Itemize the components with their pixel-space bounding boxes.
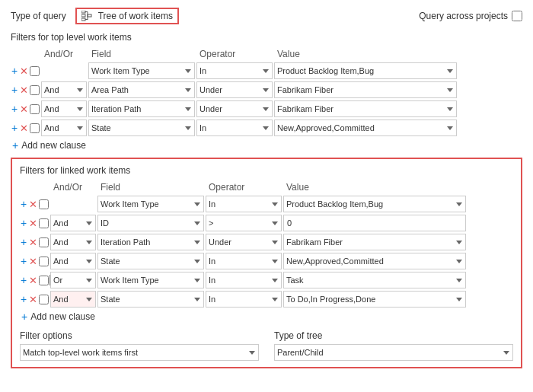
value-select[interactable]: To Do,In Progress,Done: [283, 291, 466, 308]
row-checkbox[interactable]: [30, 123, 40, 133]
value-cell[interactable]: Fabrikam Fiber: [274, 100, 457, 117]
value-select[interactable]: Task: [283, 272, 466, 288]
field-cell[interactable]: Work Item Type: [97, 196, 204, 212]
field-cell[interactable]: Iteration Path: [88, 100, 195, 117]
operator-cell[interactable]: In: [206, 291, 282, 308]
operator-cell[interactable]: In: [206, 196, 282, 212]
add-row-button[interactable]: +: [20, 275, 27, 285]
operator-cell[interactable]: In: [206, 272, 282, 288]
remove-row-button[interactable]: ✕: [19, 85, 29, 95]
andor-cell[interactable]: And: [41, 100, 87, 117]
value-select[interactable]: New,Approved,Committed: [274, 120, 457, 136]
operator-select[interactable]: In: [206, 291, 282, 308]
remove-row-button[interactable]: ✕: [19, 123, 29, 133]
value-select[interactable]: Fabrikam Fiber: [274, 100, 457, 117]
andor-select[interactable]: And: [50, 215, 96, 231]
value-cell[interactable]: New,Approved,Committed: [283, 253, 466, 269]
row-checkbox[interactable]: [39, 237, 49, 247]
add-clause-linked[interactable]: + Add new clause: [20, 311, 513, 323]
value-select[interactable]: Product Backlog Item,Bug: [283, 196, 466, 212]
operator-select[interactable]: Under: [196, 100, 273, 117]
row-checkbox[interactable]: [30, 85, 40, 95]
field-cell[interactable]: Work Item Type: [97, 272, 204, 288]
value-select[interactable]: Fabrikam Fiber: [274, 81, 457, 98]
operator-select[interactable]: Under: [196, 81, 273, 98]
field-select[interactable]: Iteration Path: [88, 100, 195, 117]
operator-select[interactable]: >: [206, 215, 282, 231]
value-cell[interactable]: Product Backlog Item,Bug: [283, 196, 466, 212]
row-checkbox[interactable]: [39, 218, 49, 228]
operator-cell[interactable]: Under: [206, 234, 282, 250]
andor-select[interactable]: And: [50, 234, 96, 250]
field-select[interactable]: Work Item Type: [97, 272, 204, 288]
operator-select[interactable]: In: [196, 120, 273, 136]
filter-options-select[interactable]: Match top-level work items first Match l…: [20, 344, 259, 361]
add-row-button[interactable]: +: [20, 294, 27, 304]
remove-row-button[interactable]: ✕: [28, 218, 38, 228]
add-row-button[interactable]: +: [20, 199, 27, 209]
add-clause-top[interactable]: + Add new clause: [11, 139, 522, 151]
andor-select[interactable]: And: [41, 100, 87, 117]
andor-cell[interactable]: And: [50, 253, 96, 269]
row-checkbox[interactable]: [30, 66, 40, 76]
operator-cell[interactable]: In: [196, 62, 273, 79]
add-row-button[interactable]: +: [11, 123, 18, 133]
field-cell[interactable]: ID: [97, 215, 204, 231]
field-cell[interactable]: Area Path: [88, 81, 195, 98]
operator-cell[interactable]: >: [206, 215, 282, 231]
operator-select[interactable]: Under: [206, 234, 282, 250]
operator-cell[interactable]: In: [206, 253, 282, 269]
field-select[interactable]: Work Item Type: [88, 62, 195, 79]
andor-cell[interactable]: And: [41, 81, 87, 98]
field-cell[interactable]: State: [97, 291, 204, 308]
field-select[interactable]: Area Path: [88, 81, 195, 98]
add-row-button[interactable]: +: [20, 218, 27, 228]
field-cell[interactable]: State: [88, 120, 195, 136]
remove-row-button[interactable]: ✕: [19, 66, 29, 76]
query-type-button[interactable]: Tree of work items: [75, 8, 179, 24]
value-cell[interactable]: [283, 215, 466, 231]
row-checkbox[interactable]: [39, 199, 49, 209]
remove-row-button[interactable]: ✕: [28, 295, 38, 304]
field-select[interactable]: State: [97, 291, 204, 308]
operator-cell[interactable]: Under: [196, 100, 273, 117]
andor-cell[interactable]: And: [50, 215, 96, 231]
field-cell[interactable]: Work Item Type: [88, 62, 195, 79]
field-select[interactable]: State: [97, 253, 204, 269]
value-cell[interactable]: Product Backlog Item,Bug: [274, 62, 457, 79]
field-select[interactable]: Iteration Path: [97, 234, 204, 250]
row-checkbox[interactable]: [30, 104, 40, 114]
add-row-button[interactable]: +: [11, 104, 18, 114]
andor-select[interactable]: And: [41, 120, 87, 136]
add-row-button[interactable]: +: [20, 237, 27, 247]
row-checkbox[interactable]: [39, 276, 49, 285]
add-row-button[interactable]: +: [20, 256, 27, 266]
remove-row-button[interactable]: ✕: [28, 199, 38, 209]
andor-select[interactable]: And: [50, 291, 96, 308]
andor-cell[interactable]: And: [50, 234, 96, 250]
remove-row-button[interactable]: ✕: [28, 276, 38, 285]
row-checkbox[interactable]: [39, 257, 49, 266]
value-cell[interactable]: New,Approved,Committed: [274, 120, 457, 136]
field-cell[interactable]: Iteration Path: [97, 234, 204, 250]
andor-select[interactable]: And: [41, 81, 87, 98]
andor-cell[interactable]: And: [50, 291, 96, 308]
value-select[interactable]: Product Backlog Item,Bug: [274, 62, 457, 79]
value-input[interactable]: [283, 215, 466, 231]
add-row-button[interactable]: +: [11, 84, 18, 95]
field-select[interactable]: ID: [97, 215, 204, 231]
row-checkbox[interactable]: [39, 295, 49, 304]
remove-row-button[interactable]: ✕: [28, 237, 38, 247]
remove-row-button[interactable]: ✕: [19, 104, 29, 114]
field-select[interactable]: Work Item Type: [97, 196, 204, 212]
value-select[interactable]: Fabrikam Fiber: [283, 234, 466, 250]
value-select[interactable]: New,Approved,Committed: [283, 253, 466, 269]
value-cell[interactable]: Fabrikam Fiber: [274, 81, 457, 98]
operator-select[interactable]: In: [206, 253, 282, 269]
query-across-checkbox[interactable]: [512, 11, 522, 21]
value-cell[interactable]: Fabrikam Fiber: [283, 234, 466, 250]
value-cell[interactable]: Task: [283, 272, 466, 288]
operator-cell[interactable]: In: [196, 120, 273, 136]
field-cell[interactable]: State: [97, 253, 204, 269]
andor-cell[interactable]: Or: [50, 272, 96, 288]
